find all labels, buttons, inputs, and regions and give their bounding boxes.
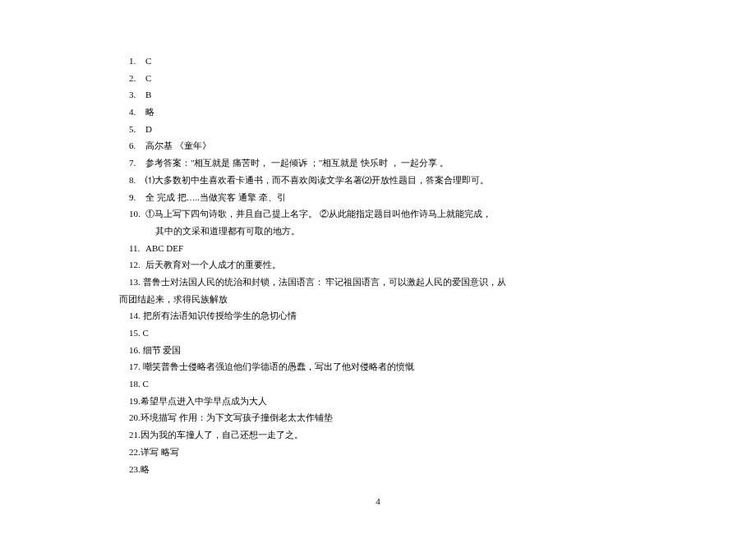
text-line: 3.B xyxy=(119,87,637,103)
text-line: 而团结起来，求得民族解放 xyxy=(119,292,637,307)
text-line: 7.参考答案："相互就是 痛苦时， 一起倾诉 ；"相互就是 快乐时 ， 一起分享… xyxy=(119,155,637,171)
text-line: 2.C xyxy=(119,71,637,86)
line-number: 7. xyxy=(119,155,145,171)
document-body: 1.C2.C3.B4.略5.D6.高尔基 《童年》7.参考答案："相互就是 痛苦… xyxy=(119,53,637,476)
line-text: D xyxy=(145,124,152,134)
text-line: 18. C xyxy=(119,376,637,392)
text-line: 16. 细节 爱国 xyxy=(119,343,637,358)
text-line: 4.略 xyxy=(119,104,637,120)
line-number: 8. xyxy=(119,173,145,188)
line-number: 11. xyxy=(119,241,145,256)
line-text: ⑴大多数初中生喜欢看卡通书，而不喜欢阅读文学名著⑵开放性题目，答案合理即可。 xyxy=(145,175,489,185)
line-text: B xyxy=(145,90,151,99)
text-line: 17. 嘲笑普鲁士侵略者强迫他们学德语的愚蠢，写出了他对侵略者的愤慨 xyxy=(119,359,637,375)
line-number: 5. xyxy=(119,122,145,137)
page-number: 4 xyxy=(0,494,756,509)
line-text: 参考答案："相互就是 痛苦时， 一起倾诉 ；"相互就是 快乐时 ， 一起分享 。 xyxy=(145,158,449,168)
line-text: 全 完成 把…..当做宾客 通擎 牵、引 xyxy=(145,192,286,202)
line-number: 9. xyxy=(119,190,145,205)
line-number: 10. xyxy=(119,206,145,222)
line-number: 12. xyxy=(119,257,145,273)
text-line: 10.①马上写下四句诗歌，并且自己提上名字。 ②从此能指定题目叫他作诗马上就能完… xyxy=(119,206,637,222)
text-line: 23.略 xyxy=(119,462,637,477)
text-line: 19.希望早点进入中学早点成为大人 xyxy=(119,394,637,409)
text-line: 12.后天教育对一个人成才的重要性。 xyxy=(119,257,637,273)
line-number: 3. xyxy=(119,87,145,103)
line-text: C xyxy=(145,73,151,83)
line-text: ABC DEF xyxy=(145,243,183,253)
text-line: 20.环境描写 作用：为下文写孩子撞倒老太太作铺垫 xyxy=(119,410,637,426)
text-line: 15. C xyxy=(119,325,637,341)
text-line: 8.⑴大多数初中生喜欢看卡通书，而不喜欢阅读文学名著⑵开放性题目，答案合理即可。 xyxy=(119,173,637,188)
text-line: 5.D xyxy=(119,122,637,137)
text-line: 其中的文采和道理都有可取的地方。 xyxy=(119,223,637,239)
line-number: 1. xyxy=(119,53,145,69)
text-line: 22.详写 略写 xyxy=(119,444,637,460)
line-text: 略 xyxy=(145,107,154,117)
text-line: 13. 普鲁士对法国人民的统治和封锁，法国语言： 牢记祖国语言，可以激起人民的爱… xyxy=(119,274,637,290)
line-text: C xyxy=(145,56,151,66)
line-text: 高尔基 《童年》 xyxy=(145,140,211,150)
line-text: ①马上写下四句诗歌，并且自己提上名字。 ②从此能指定题目叫他作诗马上就能完成， xyxy=(145,209,491,219)
line-number: 6. xyxy=(119,138,145,154)
text-line: 1.C xyxy=(119,53,637,69)
text-line: 21.因为我的车撞人了，自己还想一走了之。 xyxy=(119,427,637,443)
text-line: 9.全 完成 把…..当做宾客 通擎 牵、引 xyxy=(119,190,637,205)
line-number: 2. xyxy=(119,71,145,86)
text-line: 11.ABC DEF xyxy=(119,241,637,256)
text-line: 6.高尔基 《童年》 xyxy=(119,138,637,154)
line-number: 4. xyxy=(119,104,145,120)
text-line: 14. 把所有法语知识传授给学生的急切心情 xyxy=(119,308,637,324)
line-text: 后天教育对一个人成才的重要性。 xyxy=(145,260,281,269)
